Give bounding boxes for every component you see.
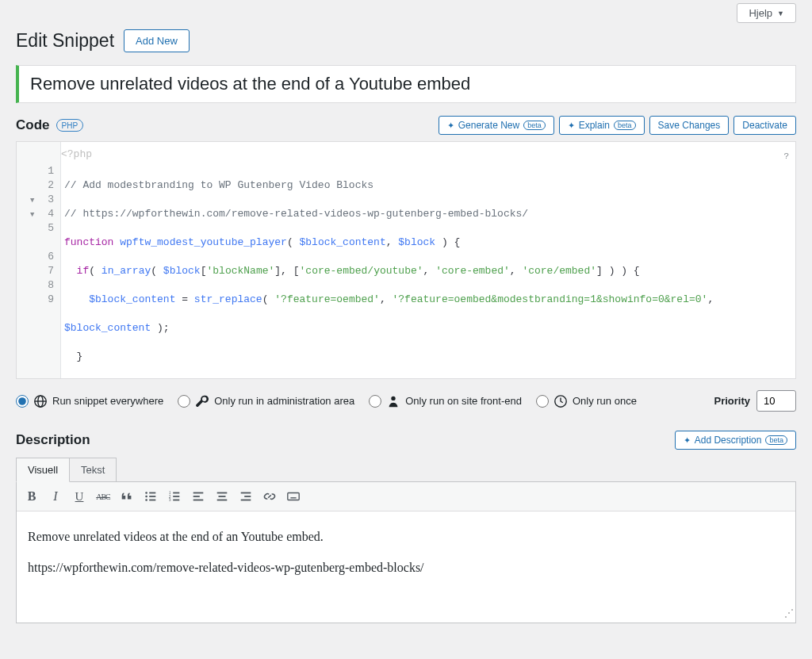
fold-marker-icon[interactable]: ▼ [30,208,34,222]
svg-point-9 [145,499,147,501]
description-paragraph: Remove unrelated videos at the end of an… [28,526,784,547]
snippet-title-wrap [16,65,796,103]
explain-button[interactable]: Explain beta [559,116,645,135]
svg-rect-23 [241,492,251,494]
resize-grip-icon[interactable]: ⋰ [784,605,794,621]
svg-point-7 [145,496,147,498]
svg-rect-25 [241,500,251,501]
generate-new-button[interactable]: Generate New beta [439,116,554,135]
line-number: 5 [17,221,54,236]
svg-rect-18 [193,496,200,497]
generate-new-label: Generate New [458,120,519,131]
tab-text[interactable]: Tekst [69,458,117,482]
line-number: 3 [17,193,54,207]
snippet-title-input[interactable] [19,66,795,102]
explain-label: Explain [579,120,610,131]
svg-rect-8 [149,496,155,497]
line-number: 2 [17,178,54,193]
line-number: 1 [17,164,54,178]
svg-rect-22 [217,500,228,501]
php-badge: PHP [56,119,84,132]
run-once-option[interactable]: Only run once [536,394,637,408]
beta-badge: beta [765,435,787,445]
numbered-list-button[interactable]: 123 [163,485,186,508]
run-admin-radio[interactable] [178,395,190,408]
bold-button[interactable]: B [20,485,44,508]
line-number: 7 [17,264,54,278]
align-right-button[interactable] [234,485,258,508]
line-number: 9 [17,293,54,307]
run-everywhere-radio[interactable] [16,395,29,408]
line-number: 6 [17,250,54,264]
underline-button[interactable]: U [67,485,91,508]
svg-rect-20 [217,492,228,494]
italic-button[interactable]: I [44,485,67,508]
code-gutter: ▼ ▼ 1 2 3 4 5 6 7 8 9 [17,142,61,378]
code-section-label: Code [16,117,50,133]
fold-marker-icon[interactable]: ▼ [30,193,34,208]
description-section-label: Description [16,432,90,448]
svg-point-3 [392,396,396,400]
blockquote-button[interactable] [115,485,139,508]
help-button[interactable]: Hjelp ▼ [737,3,796,23]
svg-rect-24 [244,496,251,497]
save-changes-button[interactable]: Save Changes [649,116,730,135]
svg-text:3: 3 [169,497,171,502]
page-title: Edit Snippet [16,30,114,52]
svg-rect-19 [193,500,204,501]
keyboard-toggle-button[interactable] [282,485,305,508]
run-frontend-option[interactable]: Only run on site front-end [369,394,522,408]
add-description-label: Add Description [695,435,762,446]
code-editor[interactable]: ▼ ▼ 1 2 3 4 5 6 7 8 9 <?php ? // Add mod… [16,141,796,379]
svg-point-5 [145,492,147,494]
deactivate-button[interactable]: Deactivate [733,116,796,135]
run-admin-option[interactable]: Only run in administration area [178,394,354,408]
php-open-tag: <?php [61,148,92,160]
description-editor: B I U ABC 123 Remove unrelated videos at… [16,481,796,623]
priority-label: Priority [714,395,750,407]
run-everywhere-label: Run snippet everywhere [52,395,163,407]
svg-rect-16 [173,500,179,501]
svg-rect-26 [288,493,299,500]
priority-input[interactable] [756,390,796,412]
chevron-down-icon: ▼ [777,10,784,17]
svg-rect-6 [149,492,155,494]
strikethrough-button[interactable]: ABC [91,485,115,508]
help-button-label: Hjelp [749,7,772,19]
beta-badge: beta [614,121,636,130]
run-frontend-radio[interactable] [369,395,381,408]
run-frontend-label: Only run on site front-end [405,395,522,407]
run-once-radio[interactable] [536,395,549,408]
tab-visual[interactable]: Visuell [16,458,70,482]
svg-rect-10 [149,500,155,501]
line-number: 8 [17,278,54,293]
run-once-label: Only run once [573,395,637,407]
svg-rect-21 [219,496,226,497]
globe-icon [33,394,48,408]
description-paragraph: https://wpforthewin.com/remove-related-v… [28,557,784,578]
editor-help-icon[interactable]: ? [783,151,789,161]
wrench-icon [195,394,209,408]
svg-rect-17 [193,492,204,494]
bullet-list-button[interactable] [139,485,163,508]
run-everywhere-option[interactable]: Run snippet everywhere [16,394,163,408]
code-lines: // Add modestbranding to WP Gutenberg Vi… [61,142,795,378]
align-left-button[interactable] [186,485,210,508]
clock-icon [553,394,568,408]
run-admin-label: Only run in administration area [214,395,354,407]
beta-badge: beta [523,121,546,130]
description-content[interactable]: Remove unrelated videos at the end of an… [17,511,795,623]
add-description-button[interactable]: Add Description beta [675,431,796,450]
link-button[interactable] [258,485,282,508]
code-area[interactable]: <?php ? // Add modestbranding to WP Gute… [61,142,795,378]
line-number: 4 [17,207,54,221]
person-icon [386,394,400,408]
align-center-button[interactable] [210,485,234,508]
svg-rect-14 [173,496,179,497]
svg-rect-12 [173,492,179,494]
add-new-button[interactable]: Add New [124,29,190,52]
